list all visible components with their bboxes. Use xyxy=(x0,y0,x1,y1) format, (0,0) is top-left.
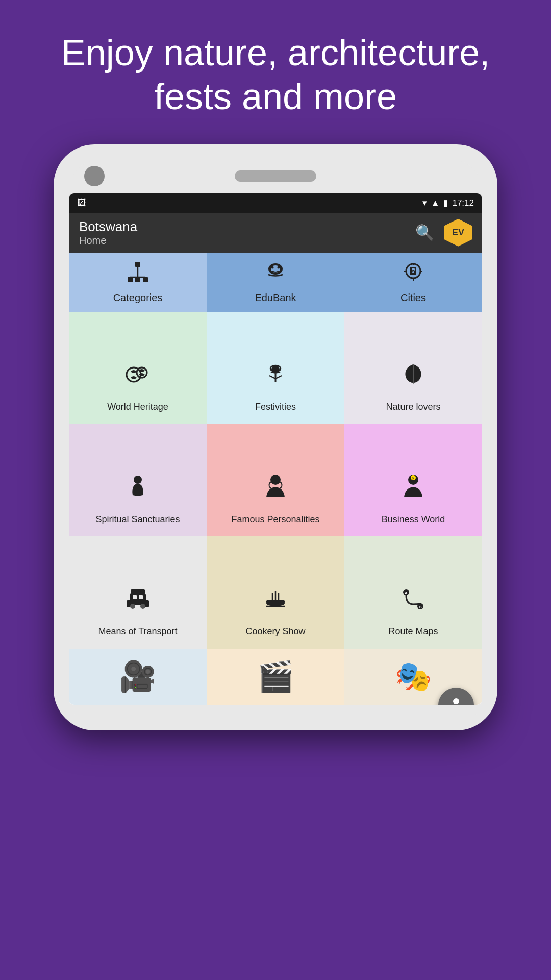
svg-point-14 xyxy=(412,271,414,273)
business-world-icon: $ xyxy=(399,473,428,508)
svg-rect-36 xyxy=(145,600,149,607)
svg-rect-33 xyxy=(139,595,143,599)
time-display: 17:12 xyxy=(452,198,474,208)
svg-rect-1 xyxy=(128,277,133,282)
festivities-icon xyxy=(261,360,290,396)
category-grid: World Heritage Festivities xyxy=(69,312,482,705)
means-of-transport-icon xyxy=(123,585,152,620)
category-famous-personalities[interactable]: Famous Personalities xyxy=(207,424,344,536)
svg-rect-34 xyxy=(131,589,145,594)
app-bar-icons: 🔍 EV xyxy=(415,219,472,247)
svg-point-8 xyxy=(271,266,274,268)
nature-lovers-label: Nature lovers xyxy=(386,402,440,413)
svg-point-9 xyxy=(278,266,280,268)
famous-personalities-icon xyxy=(261,473,290,508)
svg-line-23 xyxy=(269,376,276,379)
tab-cities[interactable]: Cities xyxy=(344,253,482,312)
svg-point-26 xyxy=(134,476,142,484)
phone-top-bar xyxy=(69,160,482,193)
cookery-show-label: Cookery Show xyxy=(245,626,305,638)
svg-line-24 xyxy=(276,376,282,379)
category-route-maps[interactable]: A B Route Maps xyxy=(344,536,482,649)
tab-edubank-label: EduBank xyxy=(255,292,296,304)
nature-lovers-icon xyxy=(399,360,428,396)
spiritual-sanctuaries-icon xyxy=(123,473,152,508)
category-nature-lovers[interactable]: Nature lovers xyxy=(344,312,482,424)
app-bar: Botswana Home 🔍 EV xyxy=(69,213,482,253)
category-business-world[interactable]: $ Business World xyxy=(344,424,482,536)
edubank-icon xyxy=(264,261,287,288)
categories-icon xyxy=(127,261,149,288)
svg-rect-0 xyxy=(135,262,140,267)
world-heritage-label: World Heritage xyxy=(107,402,168,413)
app-bar-left: Botswana Home xyxy=(79,219,137,247)
route-maps-icon: A B xyxy=(399,585,428,620)
category-spiritual-sanctuaries[interactable]: Spiritual Sanctuaries xyxy=(69,424,207,536)
phone-camera xyxy=(84,166,105,186)
tab-edubank[interactable]: EduBank xyxy=(207,253,344,312)
svg-point-19 xyxy=(127,368,141,382)
svg-point-49 xyxy=(453,698,459,704)
status-bar: 🖼 ▾ ▲ ▮ 17:12 xyxy=(69,193,482,213)
search-button[interactable]: 🔍 xyxy=(415,224,434,241)
cookery-show-icon xyxy=(261,585,290,620)
svg-text:$: $ xyxy=(412,476,414,480)
row4-col1-icon: 🎥 xyxy=(119,659,156,694)
svg-rect-35 xyxy=(127,600,131,607)
famous-personalities-label: Famous Personalities xyxy=(231,514,319,525)
svg-point-38 xyxy=(140,604,145,609)
business-world-label: Business World xyxy=(382,514,445,525)
tab-cities-label: Cities xyxy=(400,292,426,304)
phone-bottom xyxy=(69,705,482,715)
category-world-heritage[interactable]: World Heritage xyxy=(69,312,207,424)
svg-rect-31 xyxy=(130,593,146,605)
hero-text: Enjoy nature, architecture, fests and mo… xyxy=(0,0,551,144)
phone-device: 🖼 ▾ ▲ ▮ 17:12 Botswana Home 🔍 EV xyxy=(54,144,497,730)
svg-rect-2 xyxy=(143,277,148,282)
row4-col2-icon: 🎬 xyxy=(257,659,294,694)
means-of-transport-label: Means of Transport xyxy=(98,626,177,638)
world-heritage-icon xyxy=(123,360,152,396)
cities-icon xyxy=(402,261,424,288)
category-festivities[interactable]: Festivities xyxy=(207,312,344,424)
svg-rect-3 xyxy=(135,277,140,282)
status-left: 🖼 xyxy=(77,198,86,208)
battery-icon: ▮ xyxy=(443,198,448,208)
app-subtitle: Home xyxy=(79,235,137,247)
notification-icon: 🖼 xyxy=(77,198,86,208)
tab-categories[interactable]: Categories xyxy=(69,253,207,312)
category-means-of-transport[interactable]: Means of Transport xyxy=(69,536,207,649)
phone-screen: 🖼 ▾ ▲ ▮ 17:12 Botswana Home 🔍 EV xyxy=(69,193,482,705)
svg-point-27 xyxy=(270,475,281,485)
row4-col3-icon: 🎭 xyxy=(395,659,432,694)
category-row4-col2[interactable]: 🎬 xyxy=(207,649,344,705)
category-row4-col1[interactable]: 🎥 xyxy=(69,649,207,705)
status-right: ▾ ▲ ▮ 17:12 xyxy=(422,198,474,208)
svg-rect-32 xyxy=(133,595,137,599)
festivities-label: Festivities xyxy=(255,402,296,413)
category-cookery-show[interactable]: Cookery Show xyxy=(207,536,344,649)
tab-categories-label: Categories xyxy=(113,292,163,304)
wifi-icon: ▾ xyxy=(422,198,427,208)
app-logo-badge: EV xyxy=(444,219,472,247)
svg-text:A: A xyxy=(405,591,408,595)
svg-rect-40 xyxy=(266,600,285,603)
tab-bar: Categories EduBank xyxy=(69,253,482,312)
spiritual-sanctuaries-label: Spiritual Sanctuaries xyxy=(95,514,180,525)
svg-text:B: B xyxy=(419,605,422,609)
phone-speaker xyxy=(235,170,316,182)
app-title: Botswana xyxy=(79,219,137,235)
svg-point-37 xyxy=(130,604,135,609)
route-maps-label: Route Maps xyxy=(388,626,438,638)
signal-icon: ▲ xyxy=(431,198,440,208)
